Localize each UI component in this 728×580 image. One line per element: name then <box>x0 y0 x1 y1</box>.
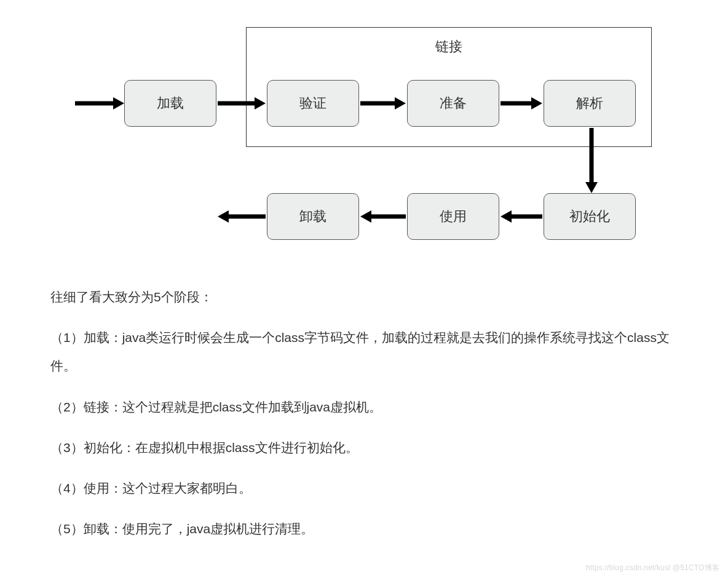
stage-prepare: 准备 <box>407 80 499 127</box>
stage-init-label: 初始化 <box>569 204 610 229</box>
stage-load: 加载 <box>124 80 216 127</box>
svg-marker-11 <box>501 210 512 223</box>
stage-unload: 卸载 <box>267 193 359 240</box>
arrow-prepare-to-resolve <box>501 97 542 109</box>
svg-marker-3 <box>255 97 266 109</box>
stage-verify-label: 验证 <box>299 90 326 116</box>
svg-marker-13 <box>360 210 371 223</box>
arrow-resolve-to-init <box>585 128 598 193</box>
stage-1-desc: （1）加载：java类运行时候会生成一个class字节码文件，加载的过程就是去我… <box>50 324 678 380</box>
svg-marker-7 <box>531 97 542 109</box>
stage-resolve-label: 解析 <box>576 90 603 116</box>
stage-resolve: 解析 <box>544 80 636 127</box>
classloader-diagram: 链接 加载 验证 准备 解析 卸载 使用 初始化 <box>75 25 653 246</box>
stage-2-desc: （2）链接：这个过程就是把class文件加载到java虚拟机。 <box>50 393 678 421</box>
arrow-init-to-use <box>501 210 542 223</box>
svg-marker-15 <box>218 210 229 223</box>
stage-load-label: 加载 <box>157 90 184 116</box>
svg-marker-9 <box>585 182 598 193</box>
stage-verify: 验证 <box>267 80 359 127</box>
watermark-text: https://blog.csdn.net/kusl @51CTO博客 <box>586 561 719 574</box>
stage-use: 使用 <box>407 193 499 240</box>
stage-5-desc: （5）卸载：使用完了，java虚拟机进行清理。 <box>50 515 678 543</box>
intro-text: 往细了看大致分为5个阶段： <box>50 283 678 311</box>
arrow-load-to-verify <box>218 97 266 109</box>
stage-3-desc: （3）初始化：在虚拟机中根据class文件进行初始化。 <box>50 434 678 462</box>
stage-4-desc: （4）使用：这个过程大家都明白。 <box>50 474 678 503</box>
article-body: 往细了看大致分为5个阶段： （1）加载：java类运行时候会生成一个class字… <box>50 283 678 543</box>
svg-marker-5 <box>395 97 406 109</box>
svg-marker-1 <box>113 97 124 109</box>
arrow-verify-to-prepare <box>360 97 406 109</box>
arrow-out-of-unload <box>218 210 266 223</box>
stage-use-label: 使用 <box>440 204 467 229</box>
arrow-use-to-unload <box>360 210 406 223</box>
stage-unload-label: 卸载 <box>299 204 326 229</box>
stage-prepare-label: 准备 <box>440 90 467 116</box>
arrow-into-load <box>75 97 124 109</box>
link-group-title: 链接 <box>247 34 651 60</box>
stage-init: 初始化 <box>544 193 636 240</box>
